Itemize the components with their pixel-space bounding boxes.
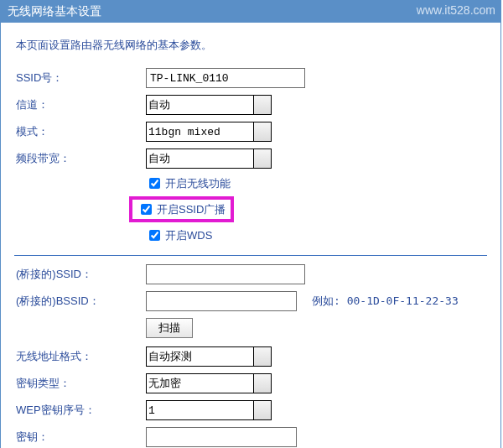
addr-format-label: 无线地址格式：: [13, 349, 146, 364]
bridge-bssid-label: (桥接的)BSSID：: [13, 294, 146, 309]
bridge-ssid-label: (桥接的)SSID：: [13, 267, 146, 282]
ssid-label: SSID号：: [13, 70, 146, 86]
divider: [14, 255, 487, 256]
mode-select[interactable]: 11bgn mixed: [146, 122, 272, 142]
bandwidth-label: 频段带宽：: [13, 151, 146, 166]
enable-wireless-checkbox[interactable]: [149, 178, 160, 189]
content-area: 本页面设置路由器无线网络的基本参数。 SSID号： 信道： 自动 模式： 11b…: [1, 23, 500, 448]
bandwidth-select[interactable]: 自动: [146, 148, 272, 169]
channel-label: 信道：: [13, 97, 146, 112]
enable-wireless-label: 开启无线功能: [165, 176, 231, 191]
key-type-label: 密钥类型：: [13, 376, 146, 391]
enable-ssid-broadcast-label: 开启SSID广播: [157, 202, 226, 217]
mode-label: 模式：: [13, 124, 146, 139]
scan-button[interactable]: 扫描: [146, 318, 193, 338]
settings-window: 无线网络基本设置 www.it528.com 本页面设置路由器无线网络的基本参数…: [0, 0, 501, 448]
window-title: 无线网络基本设置: [8, 4, 101, 18]
ssid-broadcast-highlight: 开启SSID广播: [129, 196, 234, 222]
wep-index-label: WEP密钥序号：: [13, 403, 146, 418]
key-label: 密钥：: [13, 430, 146, 445]
bssid-example: 例如: 00-1D-0F-11-22-33: [312, 294, 459, 309]
channel-select[interactable]: 自动: [146, 95, 272, 115]
enable-wds-checkbox[interactable]: [149, 230, 160, 241]
wep-index-select[interactable]: 1: [146, 400, 272, 420]
page-description: 本页面设置路由器无线网络的基本参数。: [16, 38, 485, 53]
ssid-input[interactable]: [146, 68, 305, 88]
key-input[interactable]: [146, 427, 297, 447]
bridge-bssid-input[interactable]: [146, 291, 297, 311]
enable-ssid-broadcast-checkbox[interactable]: [141, 204, 152, 215]
addr-format-select[interactable]: 自动探测: [146, 346, 272, 367]
key-type-select[interactable]: 无加密: [146, 373, 272, 393]
enable-wds-label: 开启WDS: [165, 228, 212, 243]
watermark: www.it528.com: [417, 3, 495, 17]
bridge-ssid-input[interactable]: [146, 264, 305, 284]
title-bar: 无线网络基本设置 www.it528.com: [1, 1, 500, 23]
